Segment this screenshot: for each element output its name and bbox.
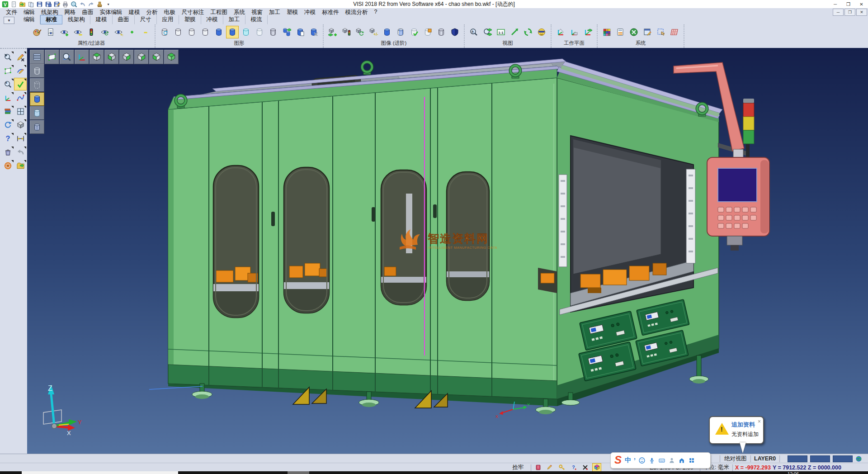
- cubes-plusminus-icon[interactable]: +/-: [367, 26, 380, 38]
- preview-icon[interactable]: [70, 0, 77, 8]
- ime-smiley-icon[interactable]: [637, 457, 647, 464]
- zoom-fit-button[interactable]: [60, 50, 74, 64]
- tab-模流[interactable]: 模流: [245, 15, 268, 24]
- ime-person-icon[interactable]: [667, 457, 677, 464]
- tool-x-icon[interactable]: [580, 463, 590, 472]
- maximize-button[interactable]: ❐: [842, 0, 855, 8]
- erase-pencil-icon[interactable]: [14, 51, 27, 63]
- cyl-pair-icon[interactable]: [280, 26, 293, 38]
- grid-red-icon[interactable]: [668, 26, 681, 38]
- ucs-triad-button[interactable]: [75, 50, 89, 64]
- undo-icon[interactable]: [79, 0, 86, 8]
- workplane-button[interactable]: [45, 50, 59, 64]
- key-icon[interactable]: [557, 463, 566, 472]
- status-blue-button-3[interactable]: [833, 455, 853, 462]
- new-doc-icon[interactable]: [10, 0, 17, 8]
- cyl-shaded-mode-button[interactable]: [30, 92, 44, 106]
- color-grid-icon[interactable]: [600, 26, 613, 38]
- cyl-wire-icon[interactable]: [267, 26, 279, 38]
- cyl-wire2-icon[interactable]: [435, 26, 448, 38]
- cyl-outline-icon[interactable]: [172, 26, 184, 38]
- wheel-icon[interactable]: [1, 159, 14, 172]
- palette-brush-icon[interactable]: [31, 26, 43, 38]
- stamp-icon[interactable]: [96, 0, 103, 8]
- calculator-icon[interactable]: [614, 26, 627, 38]
- cyl-pale-mode-button[interactable]: [30, 106, 44, 120]
- zoom-extents-icon[interactable]: [481, 26, 494, 38]
- menu-标准件[interactable]: 标准件: [319, 9, 342, 16]
- ucs-compass-icon[interactable]: [554, 26, 567, 38]
- cube-top-button[interactable]: [90, 50, 104, 64]
- cubes-refresh-icon[interactable]: [354, 26, 366, 38]
- save-as-icon[interactable]: [53, 0, 60, 8]
- select-zoom-icon[interactable]: [1, 51, 14, 63]
- tab-曲面[interactable]: 曲面: [113, 15, 135, 24]
- save-icon[interactable]: [36, 0, 43, 8]
- taskbar-window-item[interactable]: [22, 471, 178, 474]
- cyl-outline3-icon[interactable]: [199, 26, 212, 38]
- cyl-blue-icon[interactable]: [212, 26, 225, 38]
- print-icon[interactable]: [61, 0, 69, 8]
- layer-indicator[interactable]: LAYER0: [754, 454, 776, 463]
- tab-建模[interactable]: 建模: [90, 15, 113, 24]
- zoom-plusminus-icon[interactable]: ±: [467, 26, 480, 38]
- cyl-ghost-mode-button[interactable]: [30, 120, 44, 134]
- cyl-page-icon[interactable]: [294, 26, 307, 38]
- cubes-eye-icon[interactable]: [326, 26, 339, 38]
- ucs-axes-icon[interactable]: [1, 91, 14, 104]
- menu-加工[interactable]: 加工: [266, 9, 283, 16]
- open-copy-icon[interactable]: [27, 0, 34, 8]
- tab-dropdown-button[interactable]: ▼: [4, 17, 14, 24]
- close-button[interactable]: ✕: [855, 0, 868, 8]
- export-folder-icon[interactable]: [14, 159, 27, 172]
- arrow-diagonal-icon[interactable]: [508, 26, 521, 38]
- page-eye-icon[interactable]: [44, 26, 57, 38]
- ime-mic-icon[interactable]: [647, 457, 657, 464]
- menu-?[interactable]: ?: [371, 9, 381, 16]
- cube-back-button[interactable]: [134, 50, 149, 64]
- ime-wardrobe-icon[interactable]: [677, 457, 687, 464]
- tab-应用[interactable]: 应用: [157, 15, 179, 24]
- ime-toolbar[interactable]: S 中 ’: [610, 452, 711, 469]
- zoom-ratio-icon[interactable]: 1:1: [495, 26, 507, 38]
- plus-green-icon[interactable]: [126, 26, 138, 38]
- layer-books-icon[interactable]: [1, 105, 14, 118]
- ucs-plane-icon[interactable]: [568, 26, 580, 38]
- globe-icon[interactable]: [855, 455, 862, 462]
- cube-gray-icon[interactable]: [14, 118, 27, 131]
- cyl-tag-icon[interactable]: [421, 26, 434, 38]
- trash-icon[interactable]: [1, 146, 14, 158]
- cyl-blue-active-icon[interactable]: [226, 26, 239, 38]
- ime-lang-toggle[interactable]: 中: [623, 456, 632, 465]
- notebook-red-icon[interactable]: [533, 463, 542, 472]
- undo-gray-icon[interactable]: [14, 146, 27, 158]
- tab-编辑[interactable]: 编辑: [18, 15, 40, 24]
- cyl-wire-mode-button[interactable]: [30, 64, 44, 78]
- eye-plusminus-icon[interactable]: +/-: [112, 26, 125, 38]
- status-blue-button-2[interactable]: [810, 455, 830, 462]
- menu-模流分析[interactable]: 模流分析: [342, 9, 371, 16]
- cyl-hidden-mode-button[interactable]: [30, 78, 44, 92]
- lock-toggle[interactable]: 拴牢: [512, 463, 524, 472]
- cube-iso-button[interactable]: [164, 50, 179, 64]
- view-rotate-icon[interactable]: [522, 26, 534, 38]
- tab-加工[interactable]: 加工: [223, 15, 245, 24]
- zoom-pm-icon[interactable]: ±: [1, 78, 14, 90]
- cubes-traffic-icon[interactable]: [340, 26, 353, 38]
- sogou-logo-icon[interactable]: S: [613, 454, 623, 467]
- save-all-icon[interactable]: [44, 0, 52, 8]
- menu-bars-button[interactable]: [30, 50, 44, 64]
- tab-标准[interactable]: 标准: [40, 15, 62, 24]
- visi-logo-icon[interactable]: V: [1, 0, 9, 8]
- ime-punct-toggle[interactable]: ’: [632, 457, 637, 464]
- open-folder-icon[interactable]: [19, 0, 26, 8]
- menu-塑模[interactable]: 塑模: [283, 9, 301, 16]
- minimize-button[interactable]: ─: [829, 0, 842, 8]
- cyl-striped-icon[interactable]: [394, 26, 407, 38]
- refresh-blue-icon[interactable]: [1, 118, 14, 131]
- settings-icon[interactable]: [627, 26, 640, 38]
- minus-yellow-icon[interactable]: [139, 26, 152, 38]
- tab-塑膜[interactable]: 塑膜: [179, 15, 201, 24]
- window-edit-icon[interactable]: [641, 26, 654, 38]
- cube-front-button[interactable]: [104, 50, 119, 64]
